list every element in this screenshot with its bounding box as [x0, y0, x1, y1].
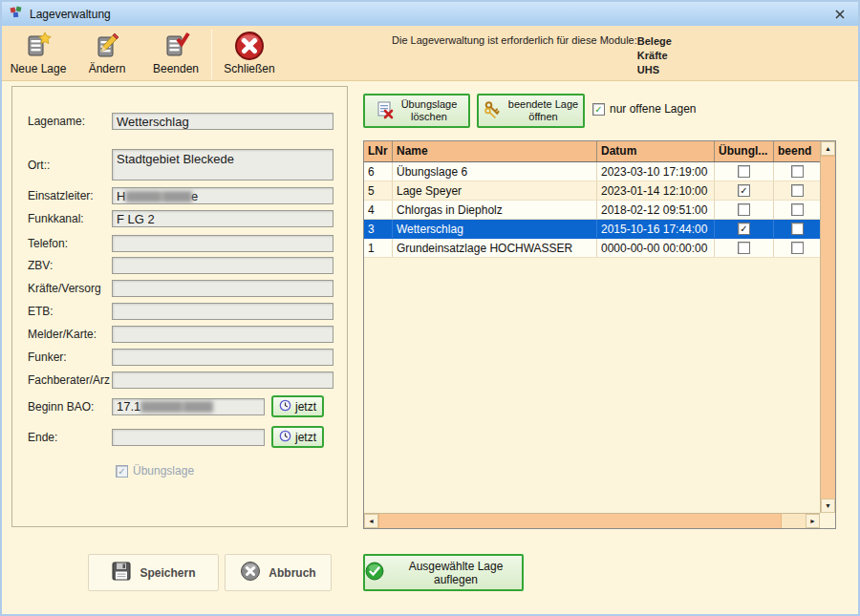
- etb-input[interactable]: [112, 303, 333, 320]
- einsatzleiter-input[interactable]: H██████ █████e: [112, 187, 333, 204]
- kraefte-versorg-input[interactable]: [112, 280, 333, 297]
- nur-offene-lagen-checkbox[interactable]: ✓: [592, 103, 605, 116]
- form-row-ort: Ort:: Stadtgebiet Bleckede: [28, 149, 333, 181]
- uebung-checkbox[interactable]: ✓: [738, 184, 750, 197]
- clock-icon: [279, 399, 291, 414]
- etb-label: ETB:: [28, 305, 112, 318]
- close-icon[interactable]: [829, 6, 850, 23]
- horizontal-scrollbar-thumb[interactable]: [378, 514, 782, 528]
- funkkanal-label: Funkkanal:: [28, 212, 112, 225]
- aendern-label: Ändern: [89, 62, 126, 75]
- nur-offene-lagen-row: ✓ nur offene Lagen: [592, 102, 697, 116]
- uebung-checkbox[interactable]: [738, 242, 750, 254]
- uebungslage-loeschen-button[interactable]: Übungslage löschen: [363, 94, 470, 128]
- vertical-scrollbar-thumb[interactable]: [821, 156, 835, 499]
- melder-karte-input[interactable]: [112, 326, 333, 343]
- melder-karte-label: Melder/Karte:: [28, 328, 112, 341]
- table-row[interactable]: 1 Grundeinsatzlage HOCHWASSER 0000-00-00…: [364, 239, 820, 258]
- ort-input[interactable]: Stadtgebiet Bleckede: [112, 149, 333, 181]
- app-icon: [10, 6, 23, 23]
- funker-label: Funker:: [28, 350, 112, 364]
- col-beendet[interactable]: beend: [774, 141, 820, 161]
- ausgewaehlte-lage-auflegen-label: Ausgewählte Lage auflegen: [390, 560, 522, 586]
- form-row-kraefte-versorg: Kräfte/Versorg: [28, 280, 333, 297]
- edit-pencil-icon: [92, 30, 122, 62]
- col-uebung[interactable]: Übungl...: [715, 141, 774, 161]
- beendete-lage-oeffnen-button[interactable]: beendete Lage öffnen: [477, 94, 585, 128]
- titlebar[interactable]: Lageverwaltung: [2, 2, 858, 26]
- fachberater-label: Fachberater/Arz: [28, 373, 112, 387]
- table-row[interactable]: 5 Lage Speyer 2023-01-14 12:10:00 ✓: [364, 181, 820, 201]
- table-row-selected[interactable]: 3 Wetterschlag 2015-10-16 17:44:00 ✓: [364, 220, 820, 239]
- keys-icon: [484, 100, 503, 121]
- lageverwaltung-window: Lageverwaltung Neue Lage: [0, 0, 860, 616]
- uebung-checkbox[interactable]: [738, 165, 750, 178]
- uebungslage-checkbox-label: Übungslage: [133, 464, 194, 478]
- uebung-checkbox[interactable]: [738, 203, 750, 216]
- beendet-checkbox[interactable]: [791, 165, 804, 178]
- beendete-lage-oeffnen-label: beendete Lage öffnen: [508, 98, 578, 123]
- ausgewaehlte-lage-auflegen-button[interactable]: Ausgewählte Lage auflegen: [363, 554, 524, 591]
- beenden-button[interactable]: Beenden: [141, 29, 210, 75]
- end-check-document-icon: [161, 30, 191, 62]
- form-row-lagename: Lagename: Wetterschlag: [28, 113, 333, 130]
- col-datum[interactable]: Datum: [597, 141, 715, 161]
- fachberater-input[interactable]: [112, 372, 333, 389]
- scroll-up-icon[interactable]: ▲: [821, 141, 835, 156]
- form-row-beginn-bao: Beginn BAO: 17.1███████ █████ jetzt: [28, 395, 333, 417]
- uebungslage-checkbox-row: ✓ Übungslage: [116, 464, 194, 478]
- scroll-down-icon[interactable]: ▼: [821, 499, 835, 513]
- beginn-bao-label: Beginn BAO:: [28, 400, 112, 414]
- speichern-button[interactable]: Speichern: [88, 554, 219, 591]
- form-row-funker: Funker:: [28, 349, 333, 366]
- abbruch-button[interactable]: Abbruch: [225, 554, 332, 591]
- scroll-left-icon[interactable]: ◄: [364, 514, 378, 528]
- green-check-circle-icon: [365, 562, 384, 584]
- form-row-zbv: ZBV:: [28, 257, 333, 274]
- clock-icon: [279, 430, 291, 445]
- uebung-checkbox[interactable]: ✓: [738, 223, 750, 235]
- window-title: Lageverwaltung: [30, 8, 111, 21]
- vertical-scrollbar[interactable]: ▲ ▼: [820, 141, 835, 513]
- table-header: LNr Name Datum Übungl... beend: [364, 141, 820, 162]
- funkkanal-input[interactable]: F LG 2: [112, 210, 333, 227]
- lagen-table: LNr Name Datum Übungl... beend 6 Übungsl…: [363, 140, 836, 529]
- horizontal-scrollbar[interactable]: ◄ ►: [364, 513, 820, 528]
- uebungslage-loeschen-label: Übungslage löschen: [401, 98, 458, 123]
- table-row[interactable]: 6 Übungslage 6 2023-03-10 17:19:00: [364, 162, 820, 181]
- beendet-checkbox[interactable]: [791, 242, 804, 254]
- aendern-button[interactable]: Ändern: [73, 29, 141, 75]
- beginn-bao-input[interactable]: 17.1███████ █████: [112, 398, 265, 415]
- telefon-input[interactable]: [112, 235, 333, 252]
- floppy-disk-icon: [111, 561, 132, 584]
- horizontal-scrollbar-track[interactable]: [782, 514, 806, 528]
- schliessen-label: Schließen: [224, 62, 274, 75]
- abbruch-label: Abbruch: [269, 566, 315, 580]
- funker-input[interactable]: [112, 349, 333, 366]
- neue-lage-label: Neue Lage: [11, 62, 67, 75]
- zbv-label: ZBV:: [28, 259, 112, 272]
- neue-lage-button[interactable]: Neue Lage: [4, 29, 73, 75]
- scroll-right-icon[interactable]: ►: [806, 514, 820, 528]
- zbv-input[interactable]: [112, 257, 333, 274]
- new-document-star-icon: [23, 30, 54, 62]
- close-red-circle-icon: [233, 30, 266, 62]
- form-row-telefon: Telefon:: [28, 235, 333, 252]
- col-name[interactable]: Name: [393, 141, 597, 161]
- beendet-checkbox[interactable]: [791, 203, 804, 216]
- col-lnr[interactable]: LNr: [364, 141, 393, 161]
- ende-jetzt-button[interactable]: jetzt: [271, 426, 324, 448]
- ende-input[interactable]: [112, 429, 265, 446]
- beendet-checkbox[interactable]: [791, 223, 804, 235]
- beginn-jetzt-button[interactable]: jetzt: [271, 395, 324, 417]
- form-row-fachberater: Fachberater/Arz: [28, 372, 333, 389]
- schliessen-button[interactable]: Schließen: [215, 29, 284, 75]
- module-list: Belege Kräfte UHS: [637, 34, 672, 77]
- lagename-input[interactable]: Wetterschlag: [112, 113, 333, 130]
- form-row-etb: ETB:: [28, 303, 333, 320]
- cancel-circle-icon: [240, 561, 261, 584]
- beendet-checkbox[interactable]: [791, 184, 804, 197]
- toolbar: Neue Lage Ändern: [2, 26, 858, 81]
- table-row[interactable]: 4 Chlorgas in Diepholz 2018-02-12 09:51:…: [364, 201, 820, 220]
- uebungslage-checkbox[interactable]: ✓: [116, 465, 128, 478]
